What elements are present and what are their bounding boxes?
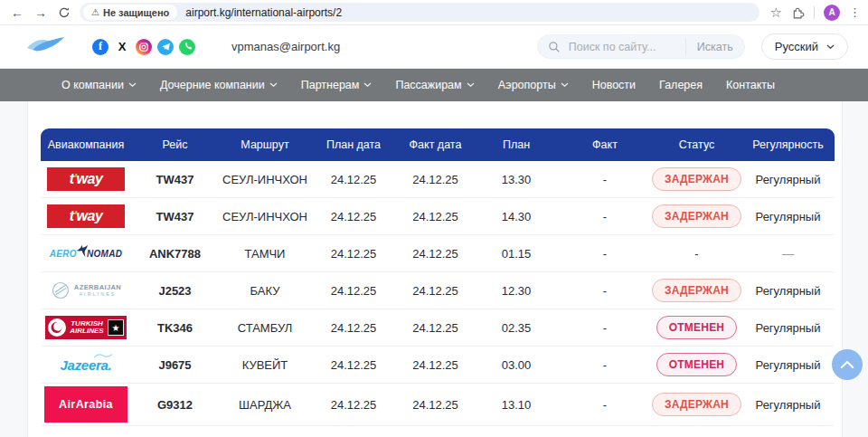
status-badge: ЗАДЕРЖАН (652, 393, 741, 416)
menu-dots-icon[interactable]: ⋮ (849, 5, 861, 19)
col-plan-time: План (475, 138, 558, 151)
status-badge: ЗАДЕРЖАН (652, 167, 741, 191)
address-bar[interactable]: ⚠ Не защищено airport.kg/international-a… (80, 3, 760, 22)
airport-logo[interactable] (25, 34, 65, 60)
fact-time: - (558, 210, 652, 223)
plan-date: 24.12.25 (311, 247, 396, 261)
profile-avatar[interactable]: A (824, 5, 840, 21)
nav-label: Контакты (726, 79, 775, 91)
turkish-bird-icon (48, 318, 66, 337)
main-nav: О компании Дочерние компании Партнерам П… (0, 69, 868, 101)
scroll-to-top-button[interactable] (832, 349, 863, 380)
header-right: Искать Русский (537, 33, 848, 60)
nav-label: Пассажирам (395, 79, 461, 91)
col-route: Маршрут (219, 138, 311, 151)
fact-time: - (558, 321, 652, 335)
nav-item-about[interactable]: О компании (61, 79, 137, 91)
search-icon (548, 41, 561, 53)
table-row: Jazeera. J9675 КУВЕЙТ 24.12.25 24.12.25 … (41, 347, 835, 384)
col-regularity: Регулярность (741, 138, 835, 151)
regularity: Регулярный (741, 398, 835, 412)
chevron-down-icon (128, 82, 137, 88)
route: КУВЕЙТ (219, 358, 311, 372)
nav-label: Дочерние компании (160, 79, 265, 91)
flight-number: J2523 (131, 284, 219, 298)
plan-time: 03.00 (475, 358, 558, 372)
nav-label: Аэропорты (498, 79, 556, 91)
airline-logo-aero-nomad: AERO NOMAD (50, 245, 122, 261)
regularity: Регулярный (741, 284, 835, 298)
nav-item-contacts[interactable]: Контакты (726, 79, 775, 91)
airline-logo-azerbaijan: AZERBAIJAN AIRLINES (51, 280, 121, 300)
plan-time: 14.30 (475, 210, 558, 223)
star-box-icon: ★ (108, 319, 124, 336)
chevron-down-icon (467, 82, 475, 88)
back-icon[interactable]: ← (5, 5, 29, 20)
whatsapp-icon[interactable] (179, 39, 195, 55)
regularity: — (741, 247, 835, 261)
plan-time: 02.35 (475, 321, 558, 335)
regularity: Регулярный (741, 321, 835, 335)
nav-label: Новости (592, 79, 636, 91)
x-twitter-icon[interactable]: X (114, 39, 130, 55)
contact-email: vpmanas@airport.kg (231, 40, 340, 53)
facebook-glyph: f (99, 40, 102, 53)
plan-date: 24.12.25 (311, 321, 396, 335)
nav-item-partners[interactable]: Партнерам (301, 79, 373, 91)
table-row: AZERBAIJAN AIRLINES J2523 БАКУ 24.12.25 … (41, 272, 835, 309)
fact-time: - (558, 247, 652, 261)
table-row: AERO NOMAD ANK7788 ТАМЧИ 24.12.25 24.12.… (41, 235, 835, 272)
url-text[interactable]: airport.kg/international-airports/2 (185, 6, 342, 19)
content-container: Авиакомпания Рейс Маршрут План дата Факт… (27, 101, 843, 437)
language-selector[interactable]: Русский (761, 33, 848, 60)
plan-time: 13.30 (475, 173, 558, 186)
flight-table: Авиакомпания Рейс Маршрут План дата Факт… (41, 128, 835, 426)
nav-item-gallery[interactable]: Галерея (659, 79, 703, 91)
flight-number: TW437 (131, 210, 219, 223)
instagram-icon[interactable] (136, 39, 152, 55)
airline-logo-tway: t'way (47, 204, 125, 228)
col-status: Статус (652, 138, 741, 151)
nav-item-passengers[interactable]: Пассажирам (395, 79, 474, 91)
reload-icon[interactable] (52, 6, 76, 19)
route: ТАМЧИ (219, 247, 311, 261)
flight-number: TW437 (131, 173, 219, 186)
col-plan-date: План дата (311, 138, 396, 151)
nav-item-news[interactable]: Новости (592, 79, 636, 91)
nav-label: Партнерам (301, 79, 360, 91)
nav-label: Галерея (659, 79, 703, 91)
nav-item-airports[interactable]: Аэропорты (498, 79, 569, 91)
status-badge: ОТМЕНЕН (656, 316, 737, 339)
status-badge: ЗАДЕРЖАН (652, 204, 741, 228)
fact-date: 24.12.25 (396, 210, 475, 223)
security-label: Не защищено (103, 7, 169, 18)
nav-item-subsidiaries[interactable]: Дочерние компании (160, 79, 278, 91)
fact-time: - (558, 284, 652, 298)
chevron-down-icon (363, 82, 372, 88)
facebook-icon[interactable]: f (92, 39, 108, 55)
site-header: f X vpmanas@airport.kg Искать Русский (0, 25, 868, 69)
flight-number: G9312 (131, 398, 219, 412)
flight-number: ANK7788 (131, 247, 219, 261)
col-fact-time: Факт (558, 138, 652, 151)
extensions-icon[interactable] (791, 5, 805, 19)
search-input[interactable] (567, 40, 685, 54)
airline-logo-tway: t'way (47, 167, 125, 191)
bookmark-icon[interactable]: ☆ (770, 5, 782, 21)
table-row: AirArabia G9312 ШАРДЖА 24.12.25 24.12.25… (41, 384, 835, 426)
route: БАКУ (219, 284, 311, 298)
fact-date: 24.12.25 (396, 398, 475, 412)
route: ШАРДЖА (219, 398, 311, 412)
search-button[interactable]: Искать (685, 39, 744, 54)
security-chip[interactable]: ⚠ Не защищено (83, 5, 177, 20)
plan-date: 24.12.25 (311, 284, 396, 298)
airline-logo-airarabia: AirArabia (44, 386, 127, 423)
fact-date: 24.12.25 (396, 173, 475, 186)
telegram-icon[interactable] (157, 39, 174, 55)
route: СЕУЛ-ИНЧХОН (219, 210, 311, 223)
flight-number: J9675 (131, 358, 219, 372)
regularity: Регулярный (741, 210, 835, 223)
chevron-down-icon (561, 82, 569, 88)
fact-date: 24.12.25 (396, 247, 475, 261)
forward-icon[interactable]: → (29, 5, 52, 20)
